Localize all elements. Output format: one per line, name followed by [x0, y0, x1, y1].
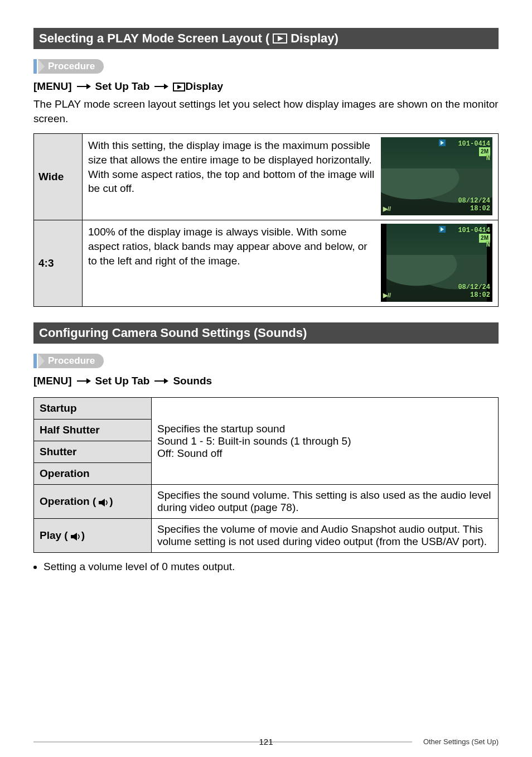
arrow-icon — [154, 377, 168, 385]
preview-n: N — [486, 240, 490, 249]
procedure-marker: Procedure — [33, 354, 499, 368]
play-indicator-icon — [439, 226, 446, 233]
row-label: Wide — [34, 134, 83, 220]
display-layout-table: Wide With this setting, the display imag… — [33, 133, 499, 307]
row-description: Specifies the volume of movie and Audio … — [152, 519, 499, 553]
section-heading-text-suffix: Display) — [291, 31, 338, 46]
row-label: Operation ( ) — [34, 485, 152, 519]
table-row: Wide With this setting, the display imag… — [34, 134, 499, 220]
section-heading-sounds: Configuring Camera Sound Settings (Sound… — [33, 322, 499, 344]
table-row: Operation ( ) Specifies the sound volume… — [34, 485, 499, 519]
procedure-tick-icon — [33, 354, 37, 368]
menu-token: Set Up Tab — [95, 375, 150, 387]
section-heading-play-layout: Selecting a PLAY Mode Screen Layout ( Di… — [33, 28, 499, 49]
menu-token: Sounds — [173, 375, 212, 387]
menu-token: Display — [185, 80, 223, 93]
svg-marker-11 — [164, 378, 168, 384]
section-heading-text-prefix: Selecting a PLAY Mode Screen Layout ( — [39, 31, 269, 46]
table-row: Play ( ) Specifies the volume of movie a… — [34, 519, 499, 553]
table-row: 4:3 100% of the display image is always … — [34, 220, 499, 307]
svg-marker-1 — [278, 36, 283, 41]
intro-paragraph: The PLAY mode screen layout settings let… — [33, 97, 499, 126]
procedure-marker: Procedure — [33, 59, 499, 74]
svg-marker-9 — [86, 378, 91, 384]
svg-marker-15 — [74, 533, 77, 541]
row-description: With this setting, the display image is … — [88, 138, 375, 196]
play-indicator-icon — [439, 139, 446, 146]
note-list: Setting a volume level of 0 mutes output… — [33, 561, 499, 573]
speaker-icon — [98, 496, 109, 508]
speaker-icon — [70, 530, 81, 542]
svg-marker-3 — [86, 84, 91, 89]
menu-path-sounds: [MENU] Set Up Tab Sounds — [33, 375, 499, 387]
menu-token: Set Up Tab — [95, 80, 150, 93]
row-label: Operation — [34, 463, 152, 485]
procedure-label: Procedure — [38, 59, 104, 74]
svg-rect-12 — [99, 501, 101, 504]
row-label: 4:3 — [34, 220, 83, 307]
arrow-icon — [154, 83, 168, 90]
procedure-label: Procedure — [38, 354, 104, 368]
row-description: Specifies the startup sound Sound 1 - 5:… — [152, 398, 499, 485]
play-rect-icon — [173, 80, 185, 93]
row-description: 100% of the display image is always visi… — [88, 225, 375, 268]
menu-path-display: [MENU] Set Up Tab Display — [33, 80, 499, 93]
preview-time: 18:02 — [470, 204, 490, 213]
arrow-icon — [76, 377, 91, 385]
preview-4-3: 101-0414 2M N 08/12/24 18:02 ▶// — [381, 224, 492, 302]
procedure-chevron-icon — [38, 59, 45, 74]
page-number: 121 — [259, 737, 273, 746]
row-label: Half Shutter — [34, 420, 152, 441]
play-rect-icon — [273, 33, 287, 44]
arrow-icon — [76, 83, 91, 90]
note-item: Setting a volume level of 0 mutes output… — [43, 561, 499, 573]
row-label: Startup — [34, 398, 152, 420]
procedure-chevron-icon — [38, 354, 45, 368]
preview-bl: ▶// — [383, 205, 391, 213]
preview-n: N — [486, 154, 490, 163]
footer-breadcrumb: Other Settings (Set Up) — [412, 737, 499, 746]
row-label: Play ( ) — [34, 519, 152, 553]
svg-marker-7 — [177, 85, 182, 89]
footer-rule — [33, 741, 412, 742]
menu-token: [MENU] — [33, 80, 72, 93]
svg-marker-13 — [101, 499, 105, 507]
procedure-tick-icon — [33, 59, 37, 74]
preview-wide: 101-0414 2M N 08/12/24 18:02 ▶// — [381, 137, 492, 215]
preview-time: 18:02 — [470, 291, 490, 300]
table-row: Startup Specifies the startup sound Soun… — [34, 398, 499, 420]
page-footer: 121 Other Settings (Set Up) — [33, 737, 499, 746]
row-description: Specifies the sound volume. This setting… — [152, 485, 499, 519]
preview-bl: ▶// — [383, 291, 391, 300]
row-label: Shutter — [34, 441, 152, 463]
svg-marker-5 — [164, 84, 168, 89]
svg-rect-14 — [71, 535, 74, 538]
sound-settings-table: Startup Specifies the startup sound Soun… — [33, 397, 499, 553]
menu-token: [MENU] — [33, 375, 72, 387]
